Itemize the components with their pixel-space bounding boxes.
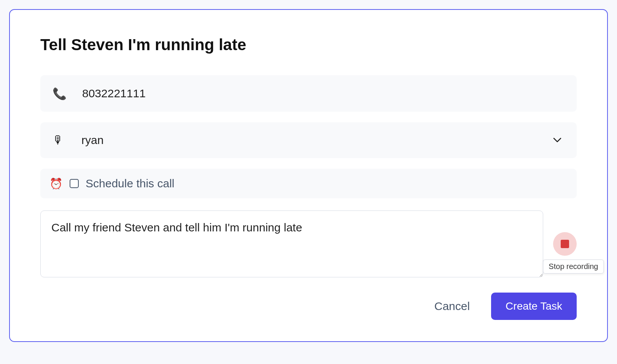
notes-row: Stop recording xyxy=(40,210,577,277)
phone-icon: 📞 xyxy=(52,87,66,100)
stop-recording-button[interactable] xyxy=(553,232,577,256)
notes-textarea[interactable] xyxy=(40,210,543,277)
chevron-down-icon xyxy=(553,138,561,143)
create-task-button[interactable]: Create Task xyxy=(491,293,577,320)
microphone-icon: 🎙 xyxy=(52,134,66,147)
schedule-row: ⏰ Schedule this call xyxy=(40,169,577,198)
voice-selected-value: ryan xyxy=(81,134,561,147)
record-tooltip: Stop recording xyxy=(543,260,604,274)
voice-select[interactable]: 🎙 ryan xyxy=(40,122,577,158)
task-title: Tell Steven I'm running late xyxy=(40,36,577,54)
alarm-clock-icon: ⏰ xyxy=(49,177,63,190)
record-wrap: Stop recording xyxy=(553,232,577,256)
cancel-button[interactable]: Cancel xyxy=(431,294,473,319)
phone-input[interactable] xyxy=(81,87,565,100)
schedule-checkbox[interactable] xyxy=(70,179,79,188)
stop-icon xyxy=(561,240,569,248)
actions-row: Cancel Create Task xyxy=(40,293,577,320)
phone-field[interactable]: 📞 xyxy=(40,75,577,112)
page-root: Tell Steven I'm running late 📞 🎙 ryan ⏰ … xyxy=(0,0,617,351)
task-card: Tell Steven I'm running late 📞 🎙 ryan ⏰ … xyxy=(9,9,608,342)
schedule-label: Schedule this call xyxy=(86,177,174,190)
